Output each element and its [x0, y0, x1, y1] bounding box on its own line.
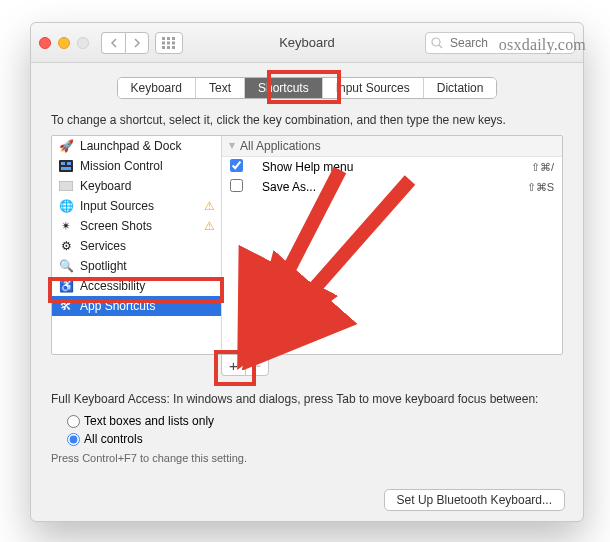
- remove-button[interactable]: −: [245, 354, 269, 376]
- fka-radio-group: Text boxes and lists only All controls: [51, 412, 563, 448]
- tabs: Keyboard Text Shortcuts Input Sources Di…: [31, 77, 583, 99]
- mission-control-icon: [58, 158, 74, 174]
- warning-icon: ⚠: [204, 199, 215, 213]
- tab-segment: Keyboard Text Shortcuts Input Sources Di…: [117, 77, 498, 99]
- cat-spotlight[interactable]: 🔍Spotlight: [52, 256, 221, 276]
- cat-input-sources[interactable]: 🌐Input Sources⚠: [52, 196, 221, 216]
- bluetooth-button[interactable]: Set Up Bluetooth Keyboard...: [384, 489, 565, 511]
- shortcut-checkbox[interactable]: [230, 159, 243, 172]
- cat-keyboard[interactable]: Keyboard: [52, 176, 221, 196]
- svg-rect-14: [61, 167, 71, 170]
- add-button[interactable]: +: [221, 354, 245, 376]
- shortcut-checkbox[interactable]: [230, 179, 243, 192]
- app-shortcuts-icon: 🛠: [58, 298, 74, 314]
- svg-point-9: [432, 38, 440, 46]
- tab-keyboard[interactable]: Keyboard: [118, 78, 196, 98]
- shortcut-keys[interactable]: ⇧⌘S: [527, 181, 554, 194]
- content: To change a shortcut, select it, click t…: [31, 99, 583, 474]
- svg-line-10: [439, 45, 442, 48]
- cat-accessibility[interactable]: ♿Accessibility: [52, 276, 221, 296]
- search-icon: [431, 37, 443, 49]
- radio-allcontrols[interactable]: All controls: [67, 430, 563, 448]
- cat-screenshots[interactable]: ✴Screen Shots⚠: [52, 216, 221, 236]
- cat-services[interactable]: ⚙Services: [52, 236, 221, 256]
- split-panes: 🚀Launchpad & Dock Mission Control Keyboa…: [51, 135, 563, 355]
- cat-mission-control[interactable]: Mission Control: [52, 156, 221, 176]
- cat-launchpad[interactable]: 🚀Launchpad & Dock: [52, 136, 221, 156]
- shortcut-row[interactable]: Save As... ⇧⌘S: [222, 177, 562, 197]
- fka-text: Full Keyboard Access: In windows and dia…: [51, 392, 563, 406]
- shortcut-label: Save As...: [246, 180, 527, 194]
- tab-shortcuts[interactable]: Shortcuts: [245, 78, 323, 98]
- disclosure-triangle-icon: [228, 142, 236, 150]
- gear-icon: ⚙: [58, 238, 74, 254]
- rocket-icon: 🚀: [58, 138, 74, 154]
- instructions-text: To change a shortcut, select it, click t…: [51, 113, 563, 127]
- shortcut-list[interactable]: All Applications Show Help menu ⇧⌘/ Save…: [222, 136, 562, 354]
- tab-dictation[interactable]: Dictation: [424, 78, 497, 98]
- magnifier-icon: 🔍: [58, 258, 74, 274]
- globe-icon: 🌐: [58, 198, 74, 214]
- shortcut-keys[interactable]: ⇧⌘/: [531, 161, 554, 174]
- tab-text[interactable]: Text: [196, 78, 245, 98]
- footer: Set Up Bluetooth Keyboard...: [384, 489, 565, 511]
- radio-textboxes[interactable]: Text boxes and lists only: [67, 412, 563, 430]
- tab-input-sources[interactable]: Input Sources: [323, 78, 424, 98]
- crosshair-icon: ✴: [58, 218, 74, 234]
- shortcut-label: Show Help menu: [246, 160, 531, 174]
- svg-rect-13: [67, 162, 71, 165]
- keyboard-icon: [58, 178, 74, 194]
- svg-rect-15: [59, 181, 73, 191]
- preferences-window: Keyboard Keyboard Text Shortcuts Input S…: [30, 22, 584, 522]
- accessibility-icon: ♿: [58, 278, 74, 294]
- cat-app-shortcuts[interactable]: 🛠App Shortcuts: [52, 296, 221, 316]
- group-header[interactable]: All Applications: [222, 136, 562, 157]
- fka-hint: Press Control+F7 to change this setting.: [51, 452, 563, 464]
- add-remove-controls: + −: [221, 354, 563, 376]
- shortcut-row[interactable]: Show Help menu ⇧⌘/: [222, 157, 562, 177]
- svg-rect-12: [61, 162, 65, 165]
- category-list[interactable]: 🚀Launchpad & Dock Mission Control Keyboa…: [52, 136, 222, 354]
- warning-icon: ⚠: [204, 219, 215, 233]
- svg-rect-11: [59, 160, 73, 172]
- watermark: osxdaily.com: [499, 36, 586, 54]
